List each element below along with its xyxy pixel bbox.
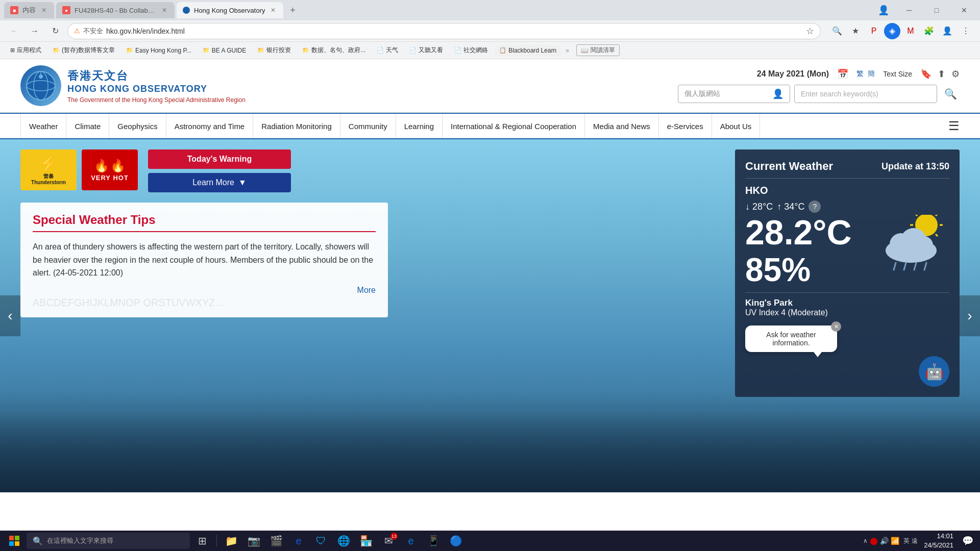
- bookmark-folder-icon-5: 📁: [302, 47, 309, 54]
- taskbar-app2[interactable]: 📱: [423, 532, 444, 550]
- nav-radiation[interactable]: Radiation Monitoring: [253, 114, 340, 138]
- current-temperature: 28.2°C: [745, 215, 870, 249]
- search-icon[interactable]: 🔍: [829, 23, 845, 39]
- bookmark-icon-header[interactable]: 🔖: [920, 68, 932, 80]
- svg-rect-22: [9, 536, 14, 540]
- taskbar-defender[interactable]: 🛡: [311, 532, 331, 550]
- bookmark-2[interactable]: 📁 Easy Hong Kong P...: [122, 45, 195, 56]
- tray-network-icon[interactable]: 📶: [891, 537, 899, 545]
- hko-logo: 香港天文台 HONG KONG OBSERVATORY The Governme…: [20, 65, 246, 106]
- lang-simp-button[interactable]: 簡: [868, 69, 875, 79]
- temp-help-icon[interactable]: ?: [808, 201, 821, 213]
- reload-button[interactable]: ↻: [47, 23, 63, 39]
- notification-button[interactable]: 💬: [960, 532, 976, 550]
- bookmark-3[interactable]: 📁 BE A GUIDE: [199, 45, 250, 56]
- taskbar-sep-1: [216, 535, 217, 547]
- nav-astronomy[interactable]: Astronomy and Time: [166, 114, 254, 138]
- minimize-button[interactable]: ─: [897, 2, 921, 18]
- taskbar-chrome[interactable]: 🌐: [333, 532, 354, 550]
- bookmark-1[interactable]: 📁 (暂存)数据博客文章: [48, 44, 119, 57]
- profile-icon[interactable]: 👤: [878, 5, 889, 16]
- bookmark-4[interactable]: 📁 银行投资: [253, 44, 295, 57]
- taskbar-app1[interactable]: 🎬: [266, 532, 286, 550]
- hamburger-menu[interactable]: ☰: [948, 119, 960, 133]
- tips-more-link[interactable]: More: [357, 286, 376, 294]
- browser-tab-2[interactable]: ● FU428HS-40 - Bb Collabor... ✕: [56, 2, 175, 18]
- prev-slide-button[interactable]: ‹: [0, 295, 20, 336]
- forward-button[interactable]: →: [27, 23, 43, 39]
- tab-close-3[interactable]: ✕: [269, 6, 277, 14]
- weather-panel-header: Current Weather Update at 13:50: [745, 160, 949, 179]
- calendar-icon[interactable]: 📅: [837, 68, 848, 80]
- logo-svg: [26, 70, 56, 101]
- tab-close-1[interactable]: ✕: [40, 6, 48, 14]
- search-input-box[interactable]: Enter search keyword(s): [794, 85, 937, 103]
- nav-media[interactable]: Media and News: [585, 114, 659, 138]
- extensions-icon[interactable]: 🧩: [921, 23, 937, 39]
- start-button[interactable]: [4, 532, 24, 550]
- nav-geophysics[interactable]: Geophysics: [109, 114, 166, 138]
- profile-avatar[interactable]: 👤: [939, 23, 955, 39]
- logo-circle: [20, 65, 61, 106]
- search-button[interactable]: 🔍: [941, 85, 960, 103]
- bolt-symbol: ⚡: [38, 154, 59, 173]
- thunderstorm-label: 雷暴Thunderstorm: [31, 173, 66, 186]
- nav-aboutus[interactable]: About Us: [712, 114, 761, 138]
- system-tray: ∧ ⬤ 🔊 📶 英 遠: [863, 537, 918, 545]
- taskbar-explorer[interactable]: 📁: [221, 532, 241, 550]
- taskbar-mail[interactable]: ✉ 13: [378, 532, 399, 550]
- nav-community[interactable]: Community: [340, 114, 396, 138]
- next-slide-button[interactable]: ›: [960, 295, 980, 336]
- new-tab-button[interactable]: +: [285, 3, 300, 17]
- browser-tab-3[interactable]: Hong Kong Observatory ✕: [177, 2, 283, 18]
- back-button[interactable]: ←: [6, 23, 22, 39]
- weather-data: 28.2°C 85%: [745, 215, 870, 286]
- bookmarks-apps[interactable]: ⊞ 应用程式: [6, 44, 45, 57]
- favorites-icon[interactable]: ★: [847, 23, 864, 39]
- tray-volume-icon[interactable]: 🔊: [880, 537, 889, 545]
- taskbar-ie[interactable]: e: [288, 532, 309, 550]
- bookmark-7[interactable]: 📄 又聽又看: [405, 44, 447, 57]
- nav-international[interactable]: International & Regional Cooperation: [443, 114, 585, 138]
- bookmark-star-icon[interactable]: ☆: [806, 26, 814, 37]
- taskbar-camera[interactable]: 📷: [243, 532, 264, 550]
- chatbot-avatar[interactable]: 🤖: [919, 356, 949, 387]
- tray-icon-1[interactable]: ⬤: [870, 537, 878, 545]
- tray-input-label[interactable]: 遠: [912, 537, 918, 545]
- nav-climate[interactable]: Climate: [66, 114, 109, 138]
- taskbar-task-view[interactable]: ⊞: [192, 532, 212, 550]
- browser-tab-1[interactable]: ■ 内容 ✕: [4, 2, 54, 18]
- nav-eservices[interactable]: e-Services: [659, 114, 712, 138]
- bookmark-8[interactable]: 📄 社交網絡: [450, 44, 492, 57]
- taskbar-search-bar[interactable]: 🔍 在這裡輸入文字來搜尋: [27, 533, 190, 549]
- address-bar[interactable]: ⚠ 不安全 hko.gov.hk/en/index.html ☆: [67, 23, 821, 39]
- menu-icon[interactable]: ⋮: [958, 23, 974, 39]
- taskbar-edge[interactable]: e: [401, 532, 421, 550]
- maximize-button[interactable]: □: [925, 2, 948, 18]
- share-icon[interactable]: ⬆: [938, 68, 945, 80]
- tray-expand-icon[interactable]: ∧: [863, 537, 868, 544]
- more-bookmarks[interactable]: »: [566, 47, 569, 54]
- bookmark-5[interactable]: 📁 数据、名句、政府...: [298, 44, 370, 57]
- reading-mode-button[interactable]: 📖 閱讀清單: [576, 44, 620, 56]
- nav-learning[interactable]: Learning: [396, 114, 443, 138]
- personal-site-input[interactable]: 個人版網站 👤: [678, 85, 790, 103]
- lang-trad-button[interactable]: 繁: [856, 69, 864, 79]
- chatbot-close-button[interactable]: ✕: [831, 321, 841, 332]
- browser-guard-icon[interactable]: ◈: [884, 23, 900, 39]
- toolbar-icons: 🔍 ★ P ◈ M 🧩 👤 ⋮: [829, 23, 974, 39]
- tab-close-2[interactable]: ✕: [160, 6, 168, 14]
- bookmark-blackboard[interactable]: 📋 Blackboard Learn: [495, 45, 560, 56]
- learn-more-button[interactable]: Learn More ▼: [148, 173, 291, 192]
- settings-icon[interactable]: ⚙: [951, 68, 960, 80]
- bookmark-6[interactable]: 📄 天气: [373, 44, 402, 57]
- close-button[interactable]: ✕: [952, 2, 976, 18]
- taskbar-store[interactable]: 🏪: [356, 532, 376, 550]
- taskbar-app3[interactable]: 🔵: [446, 532, 466, 550]
- todays-warning-button[interactable]: Today's Warning: [148, 149, 291, 169]
- tray-lang-label[interactable]: 英: [903, 537, 910, 545]
- gmail-icon[interactable]: M: [902, 23, 919, 39]
- pinterest-icon[interactable]: P: [866, 23, 882, 39]
- system-clock[interactable]: 14:01 24/5/2021: [920, 532, 958, 550]
- nav-weather[interactable]: Weather: [20, 114, 66, 138]
